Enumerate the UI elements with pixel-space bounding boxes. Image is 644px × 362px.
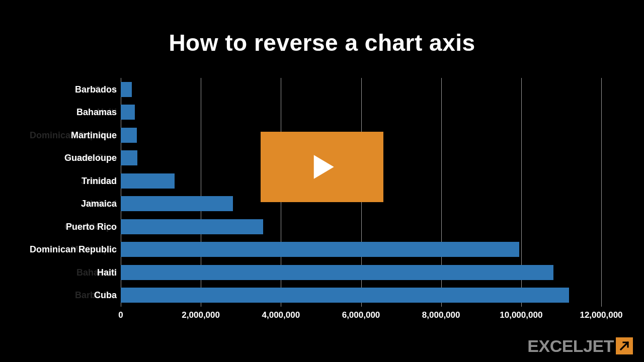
bar-row (121, 219, 601, 234)
brand-logo: EXCELJET (527, 336, 633, 356)
brand-logo-mark (616, 337, 633, 354)
page-title: How to reverse a chart axis (0, 0, 644, 56)
x-tick-label: 4,000,000 (262, 310, 300, 320)
category-label: Puerto Rico (25, 219, 117, 234)
category-label: Martinique (25, 128, 117, 143)
x-tick-label: 10,000,000 (500, 310, 542, 320)
value-axis-labels: 02,000,0004,000,0006,000,0008,000,00010,… (121, 310, 601, 323)
bar (121, 173, 175, 189)
x-tick-label: 2,000,000 (182, 310, 220, 320)
gridline (601, 78, 602, 307)
category-axis-labels: BarbadosBahamasMartiniqueGuadeloupeTrini… (25, 78, 117, 307)
x-tick-label: 12,000,000 (580, 310, 622, 320)
bar (121, 105, 135, 120)
category-label: Jamaica (25, 196, 117, 211)
bar (121, 242, 519, 257)
category-label: Dominican Republic (25, 242, 117, 257)
bar-row (121, 288, 601, 303)
bar (121, 288, 569, 303)
bar (121, 150, 137, 165)
bar-row (121, 105, 601, 120)
bar-row (121, 265, 601, 280)
bar (121, 82, 132, 97)
category-label: Haiti (25, 265, 117, 280)
bar (121, 128, 137, 143)
x-tick-label: 6,000,000 (342, 310, 380, 320)
x-tick-label: 8,000,000 (422, 310, 460, 320)
svg-marker-0 (314, 155, 334, 178)
category-label: Barbados (25, 82, 117, 97)
bar-row (121, 82, 601, 97)
bar (121, 196, 233, 211)
category-label: Guadeloupe (25, 150, 117, 165)
category-label: Trinidad (25, 173, 117, 189)
bar (121, 219, 263, 234)
category-label: Bahamas (25, 105, 117, 120)
bar-row (121, 242, 601, 257)
play-icon (303, 148, 341, 186)
brand-logo-text: EXCELJET (527, 336, 614, 356)
x-tick-label: 0 (118, 310, 123, 320)
play-button[interactable] (261, 132, 383, 202)
arrow-icon (618, 340, 630, 352)
category-label: Cuba (25, 288, 117, 303)
bar (121, 265, 553, 280)
